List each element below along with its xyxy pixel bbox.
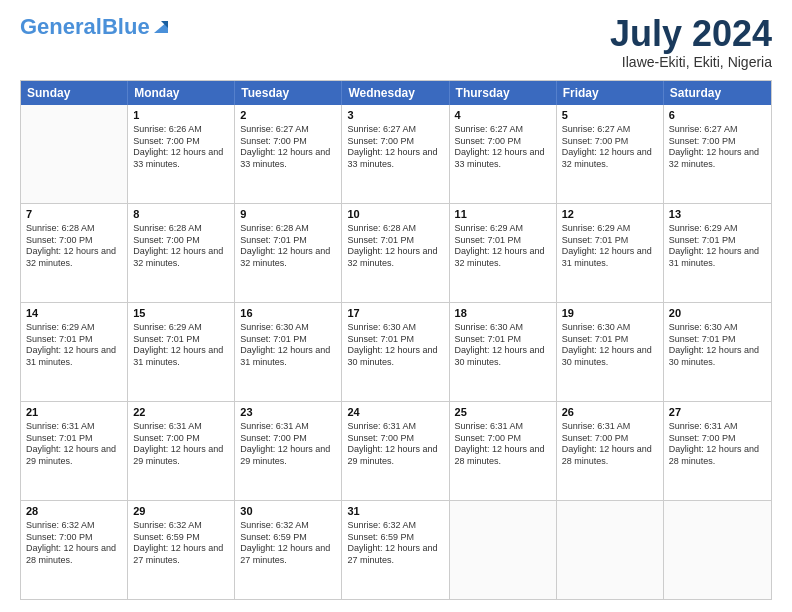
day-number: 29 bbox=[133, 504, 229, 519]
calendar-header: Sunday Monday Tuesday Wednesday Thursday… bbox=[21, 81, 771, 105]
calendar-body: 1 Sunrise: 6:26 AMSunset: 7:00 PMDayligh… bbox=[21, 105, 771, 599]
calendar-cell-w5-d2: 29 Sunrise: 6:32 AMSunset: 6:59 PMDaylig… bbox=[128, 501, 235, 599]
day-number: 7 bbox=[26, 207, 122, 222]
day-number: 1 bbox=[133, 108, 229, 123]
calendar-cell-w3-d3: 16 Sunrise: 6:30 AMSunset: 7:01 PMDaylig… bbox=[235, 303, 342, 401]
day-number: 21 bbox=[26, 405, 122, 420]
day-number: 25 bbox=[455, 405, 551, 420]
calendar-cell-w2-d2: 8 Sunrise: 6:28 AMSunset: 7:00 PMDayligh… bbox=[128, 204, 235, 302]
calendar-week-4: 21 Sunrise: 6:31 AMSunset: 7:01 PMDaylig… bbox=[21, 401, 771, 500]
header-monday: Monday bbox=[128, 81, 235, 105]
day-number: 3 bbox=[347, 108, 443, 123]
day-number: 26 bbox=[562, 405, 658, 420]
calendar-cell-w2-d3: 9 Sunrise: 6:28 AMSunset: 7:01 PMDayligh… bbox=[235, 204, 342, 302]
calendar-week-3: 14 Sunrise: 6:29 AMSunset: 7:01 PMDaylig… bbox=[21, 302, 771, 401]
calendar-cell-w4-d1: 21 Sunrise: 6:31 AMSunset: 7:01 PMDaylig… bbox=[21, 402, 128, 500]
calendar-cell-w2-d7: 13 Sunrise: 6:29 AMSunset: 7:01 PMDaylig… bbox=[664, 204, 771, 302]
calendar-cell-w5-d3: 30 Sunrise: 6:32 AMSunset: 6:59 PMDaylig… bbox=[235, 501, 342, 599]
cell-info: Sunrise: 6:27 AMSunset: 7:00 PMDaylight:… bbox=[455, 124, 551, 171]
header-thursday: Thursday bbox=[450, 81, 557, 105]
cell-info: Sunrise: 6:31 AMSunset: 7:00 PMDaylight:… bbox=[347, 421, 443, 468]
day-number: 30 bbox=[240, 504, 336, 519]
cell-info: Sunrise: 6:28 AMSunset: 7:01 PMDaylight:… bbox=[240, 223, 336, 270]
page: GeneralBlue July 2024 Ilawe-Ekiti, Ekiti… bbox=[0, 0, 792, 612]
day-number: 27 bbox=[669, 405, 766, 420]
cell-info: Sunrise: 6:30 AMSunset: 7:01 PMDaylight:… bbox=[347, 322, 443, 369]
day-number: 12 bbox=[562, 207, 658, 222]
cell-info: Sunrise: 6:30 AMSunset: 7:01 PMDaylight:… bbox=[562, 322, 658, 369]
cell-info: Sunrise: 6:32 AMSunset: 6:59 PMDaylight:… bbox=[347, 520, 443, 567]
cell-info: Sunrise: 6:28 AMSunset: 7:00 PMDaylight:… bbox=[26, 223, 122, 270]
day-number: 23 bbox=[240, 405, 336, 420]
calendar-cell-w3-d4: 17 Sunrise: 6:30 AMSunset: 7:01 PMDaylig… bbox=[342, 303, 449, 401]
cell-info: Sunrise: 6:32 AMSunset: 6:59 PMDaylight:… bbox=[240, 520, 336, 567]
calendar-cell-w3-d7: 20 Sunrise: 6:30 AMSunset: 7:01 PMDaylig… bbox=[664, 303, 771, 401]
calendar-cell-w5-d1: 28 Sunrise: 6:32 AMSunset: 7:00 PMDaylig… bbox=[21, 501, 128, 599]
calendar-location: Ilawe-Ekiti, Ekiti, Nigeria bbox=[610, 54, 772, 70]
calendar-cell-w4-d5: 25 Sunrise: 6:31 AMSunset: 7:00 PMDaylig… bbox=[450, 402, 557, 500]
header-friday: Friday bbox=[557, 81, 664, 105]
cell-info: Sunrise: 6:30 AMSunset: 7:01 PMDaylight:… bbox=[669, 322, 766, 369]
day-number: 18 bbox=[455, 306, 551, 321]
cell-info: Sunrise: 6:26 AMSunset: 7:00 PMDaylight:… bbox=[133, 124, 229, 171]
cell-info: Sunrise: 6:31 AMSunset: 7:01 PMDaylight:… bbox=[26, 421, 122, 468]
cell-info: Sunrise: 6:28 AMSunset: 7:00 PMDaylight:… bbox=[133, 223, 229, 270]
logo-text: GeneralBlue bbox=[20, 16, 150, 38]
day-number: 17 bbox=[347, 306, 443, 321]
calendar-cell-w1-d5: 4 Sunrise: 6:27 AMSunset: 7:00 PMDayligh… bbox=[450, 105, 557, 203]
day-number: 13 bbox=[669, 207, 766, 222]
calendar-week-5: 28 Sunrise: 6:32 AMSunset: 7:00 PMDaylig… bbox=[21, 500, 771, 599]
cell-info: Sunrise: 6:30 AMSunset: 7:01 PMDaylight:… bbox=[240, 322, 336, 369]
cell-info: Sunrise: 6:29 AMSunset: 7:01 PMDaylight:… bbox=[26, 322, 122, 369]
cell-info: Sunrise: 6:31 AMSunset: 7:00 PMDaylight:… bbox=[240, 421, 336, 468]
day-number: 5 bbox=[562, 108, 658, 123]
day-number: 31 bbox=[347, 504, 443, 519]
calendar-cell-w2-d4: 10 Sunrise: 6:28 AMSunset: 7:01 PMDaylig… bbox=[342, 204, 449, 302]
logo-blue: Blue bbox=[102, 14, 150, 39]
calendar-cell-w4-d7: 27 Sunrise: 6:31 AMSunset: 7:00 PMDaylig… bbox=[664, 402, 771, 500]
day-number: 2 bbox=[240, 108, 336, 123]
cell-info: Sunrise: 6:31 AMSunset: 7:00 PMDaylight:… bbox=[562, 421, 658, 468]
calendar-cell-w5-d5 bbox=[450, 501, 557, 599]
day-number: 15 bbox=[133, 306, 229, 321]
cell-info: Sunrise: 6:32 AMSunset: 7:00 PMDaylight:… bbox=[26, 520, 122, 567]
calendar: Sunday Monday Tuesday Wednesday Thursday… bbox=[20, 80, 772, 600]
calendar-cell-w3-d1: 14 Sunrise: 6:29 AMSunset: 7:01 PMDaylig… bbox=[21, 303, 128, 401]
cell-info: Sunrise: 6:27 AMSunset: 7:00 PMDaylight:… bbox=[669, 124, 766, 171]
calendar-cell-w1-d4: 3 Sunrise: 6:27 AMSunset: 7:00 PMDayligh… bbox=[342, 105, 449, 203]
cell-info: Sunrise: 6:29 AMSunset: 7:01 PMDaylight:… bbox=[133, 322, 229, 369]
day-number: 6 bbox=[669, 108, 766, 123]
day-number: 19 bbox=[562, 306, 658, 321]
day-number: 4 bbox=[455, 108, 551, 123]
calendar-week-1: 1 Sunrise: 6:26 AMSunset: 7:00 PMDayligh… bbox=[21, 105, 771, 203]
calendar-cell-w1-d7: 6 Sunrise: 6:27 AMSunset: 7:00 PMDayligh… bbox=[664, 105, 771, 203]
day-number: 9 bbox=[240, 207, 336, 222]
header-tuesday: Tuesday bbox=[235, 81, 342, 105]
title-block: July 2024 Ilawe-Ekiti, Ekiti, Nigeria bbox=[610, 16, 772, 70]
calendar-cell-w5-d6 bbox=[557, 501, 664, 599]
calendar-cell-w2-d1: 7 Sunrise: 6:28 AMSunset: 7:00 PMDayligh… bbox=[21, 204, 128, 302]
day-number: 28 bbox=[26, 504, 122, 519]
calendar-cell-w2-d6: 12 Sunrise: 6:29 AMSunset: 7:01 PMDaylig… bbox=[557, 204, 664, 302]
cell-info: Sunrise: 6:27 AMSunset: 7:00 PMDaylight:… bbox=[347, 124, 443, 171]
cell-info: Sunrise: 6:29 AMSunset: 7:01 PMDaylight:… bbox=[562, 223, 658, 270]
calendar-cell-w3-d5: 18 Sunrise: 6:30 AMSunset: 7:01 PMDaylig… bbox=[450, 303, 557, 401]
header-saturday: Saturday bbox=[664, 81, 771, 105]
day-number: 10 bbox=[347, 207, 443, 222]
cell-info: Sunrise: 6:27 AMSunset: 7:00 PMDaylight:… bbox=[240, 124, 336, 171]
calendar-cell-w4-d3: 23 Sunrise: 6:31 AMSunset: 7:00 PMDaylig… bbox=[235, 402, 342, 500]
day-number: 22 bbox=[133, 405, 229, 420]
header: GeneralBlue July 2024 Ilawe-Ekiti, Ekiti… bbox=[20, 16, 772, 70]
calendar-cell-w5-d4: 31 Sunrise: 6:32 AMSunset: 6:59 PMDaylig… bbox=[342, 501, 449, 599]
calendar-cell-w1-d2: 1 Sunrise: 6:26 AMSunset: 7:00 PMDayligh… bbox=[128, 105, 235, 203]
calendar-cell-w3-d2: 15 Sunrise: 6:29 AMSunset: 7:01 PMDaylig… bbox=[128, 303, 235, 401]
day-number: 11 bbox=[455, 207, 551, 222]
day-number: 8 bbox=[133, 207, 229, 222]
calendar-title: July 2024 bbox=[610, 16, 772, 52]
calendar-cell-w1-d6: 5 Sunrise: 6:27 AMSunset: 7:00 PMDayligh… bbox=[557, 105, 664, 203]
calendar-cell-w1-d3: 2 Sunrise: 6:27 AMSunset: 7:00 PMDayligh… bbox=[235, 105, 342, 203]
logo: GeneralBlue bbox=[20, 16, 170, 38]
calendar-cell-w4-d4: 24 Sunrise: 6:31 AMSunset: 7:00 PMDaylig… bbox=[342, 402, 449, 500]
cell-info: Sunrise: 6:27 AMSunset: 7:00 PMDaylight:… bbox=[562, 124, 658, 171]
header-sunday: Sunday bbox=[21, 81, 128, 105]
